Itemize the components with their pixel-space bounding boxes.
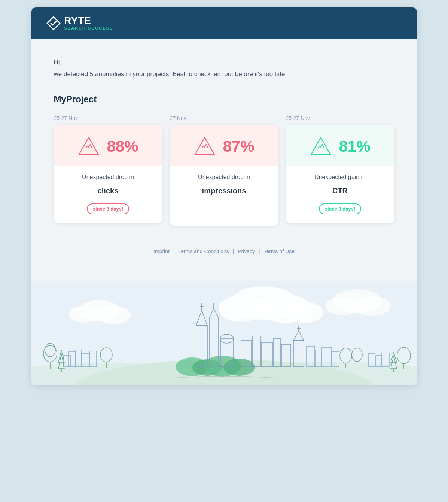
logo-ryte-text: RYTE — [64, 16, 113, 25]
alert-triangle-icon-impressions — [193, 136, 216, 157]
svg-point-11 — [97, 306, 131, 324]
card-date-ctr: 25-27 Nov — [286, 115, 394, 121]
separator-3: | — [259, 248, 262, 254]
separator-1: | — [173, 248, 176, 254]
privacy-link[interactable]: Privacy — [238, 248, 255, 254]
card-wrapper-clicks: 25-27 Nov 88% Unexpected drop in clicks … — [54, 115, 162, 226]
main-content: Hi, we detected 5 anomalies in your proj… — [31, 39, 417, 281]
card-desc-ctr: Unexpected gain in — [293, 174, 387, 181]
terms-use-link[interactable]: Terms of Use — [263, 248, 294, 254]
card-impressions: 87% Unexpected drop in impressions — [170, 125, 278, 226]
card-wrapper-ctr: 25-27 Nov 81% Unexpected gain in CTR sin… — [286, 115, 394, 226]
card-percentage-ctr: 81% — [339, 137, 370, 155]
svg-marker-1 — [79, 137, 98, 155]
card-body-impressions: Unexpected drop in impressions — [170, 166, 278, 226]
email-container: RYTE SEARCH SUCCESS Hi, we detected 5 an… — [31, 7, 417, 385]
card-date-clicks: 25-27 Nov — [54, 115, 162, 121]
card-top-clicks: 88% — [54, 125, 162, 166]
card-ctr: 81% Unexpected gain in CTR since 3 days! — [286, 125, 394, 223]
logo-icon — [46, 16, 61, 30]
cityscape-area — [31, 281, 417, 385]
greeting: Hi, we detected 5 anomalies in your proj… — [54, 57, 394, 79]
svg-point-8 — [286, 302, 323, 323]
logo-tagline-text: SEARCH SUCCESS — [64, 26, 113, 30]
card-metric-clicks: clicks — [61, 187, 155, 195]
card-top-ctr: 81% — [286, 125, 394, 166]
terms-conditions-link[interactable]: Terms and Conditions — [178, 248, 229, 254]
logo-area: RYTE SEARCH SUCCESS — [46, 16, 113, 30]
card-top-impressions: 87% — [170, 125, 278, 166]
greeting-line2: we detected 5 anomalies in your projects… — [54, 69, 394, 79]
svg-marker-0 — [47, 17, 60, 30]
cityscape-svg — [31, 281, 417, 385]
card-wrapper-impressions: 27 Nov 87% Unexpected drop in impression… — [170, 115, 278, 226]
card-badge-clicks: since 3 days! — [87, 203, 129, 214]
project-title: MyProject — [54, 94, 394, 105]
svg-point-14 — [353, 296, 391, 316]
svg-marker-3 — [311, 137, 330, 155]
svg-marker-2 — [195, 137, 214, 155]
alert-triangle-icon-clicks — [77, 136, 100, 157]
footer-links: Imprint | Terms and Conditions | Privacy… — [54, 248, 394, 254]
cards-row: 25-27 Nov 88% Unexpected drop in clicks … — [54, 115, 394, 226]
card-clicks: 88% Unexpected drop in clicks since 3 da… — [54, 125, 162, 223]
card-desc-impressions: Unexpected drop in — [177, 174, 271, 181]
card-percentage-clicks: 88% — [107, 137, 138, 155]
separator-2: | — [233, 248, 236, 254]
greeting-line1: Hi, — [54, 57, 394, 67]
card-metric-ctr: CTR — [293, 187, 387, 195]
card-badge-ctr: since 3 days! — [319, 203, 362, 214]
card-percentage-impressions: 87% — [223, 137, 254, 155]
svg-point-19 — [223, 359, 255, 376]
header: RYTE SEARCH SUCCESS — [31, 7, 417, 39]
imprint-link[interactable]: Imprint — [153, 248, 170, 254]
card-desc-clicks: Unexpected drop in — [61, 174, 155, 181]
card-date-impressions: 27 Nov — [170, 115, 278, 121]
card-body-clicks: Unexpected drop in clicks since 3 days! — [54, 166, 162, 223]
alert-triangle-icon-ctr — [310, 136, 332, 157]
svg-point-6 — [219, 296, 263, 322]
svg-point-10 — [69, 306, 99, 323]
logo-text-area: RYTE SEARCH SUCCESS — [64, 16, 113, 30]
card-metric-impressions: impressions — [177, 187, 271, 195]
card-body-ctr: Unexpected gain in CTR since 3 days! — [286, 166, 394, 223]
